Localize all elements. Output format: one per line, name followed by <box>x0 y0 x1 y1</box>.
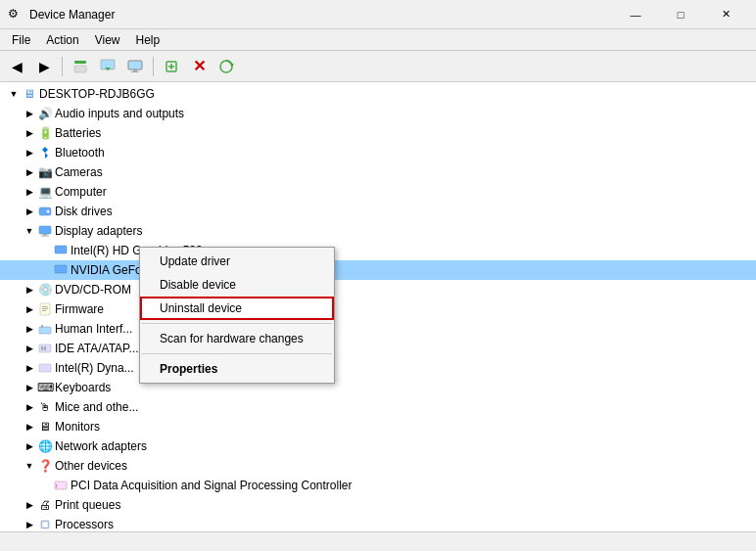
tree-item-pcidata[interactable]: ! PCI Data Acquisition and Signal Proces… <box>0 476 756 495</box>
svg-rect-27 <box>44 346 46 350</box>
monitors-toggle[interactable]: ▶ <box>22 419 37 435</box>
root-toggle[interactable]: ▼ <box>6 86 22 102</box>
bluetooth-icon <box>37 145 53 161</box>
tree-item-firmware[interactable]: ▶ Firmware <box>0 299 756 319</box>
displayadapters-toggle[interactable]: ▼ <box>22 223 37 239</box>
humaninterface-toggle[interactable]: ▶ <box>22 321 37 337</box>
ctx-properties[interactable]: Properties <box>140 357 334 381</box>
toolbar-sep2 <box>153 57 154 76</box>
tree-item-intel-hd[interactable]: Intel(R) HD Graphics 520 <box>0 241 756 260</box>
processors-toggle[interactable]: ▶ <box>22 517 37 531</box>
tree-item-network[interactable]: ▶ 🌐 Network adapters <box>0 436 756 456</box>
nvidia-icon <box>53 262 69 278</box>
cameras-icon: 📷 <box>37 164 53 180</box>
tree-item-humaninterface[interactable]: ▶ Human Interf... <box>0 319 756 339</box>
dvd-label: DVD/CD-ROM <box>55 283 131 297</box>
tree-item-ideata[interactable]: ▶ IDE ATA/ATAP... <box>0 339 756 358</box>
svg-rect-22 <box>42 310 46 311</box>
toolbar-properties[interactable] <box>68 55 93 78</box>
toolbar-forward[interactable]: ▶ <box>31 55 57 78</box>
close-button[interactable]: ✕ <box>703 0 748 29</box>
keyboards-toggle[interactable]: ▶ <box>22 380 37 395</box>
inteldynamic-icon <box>37 360 53 376</box>
svg-rect-6 <box>131 71 139 72</box>
tree-item-monitors[interactable]: ▶ 🖥 Monitors <box>0 417 756 436</box>
root-label: DESKTOP-RDJB6GG <box>39 87 155 101</box>
svg-rect-24 <box>41 325 43 328</box>
tree-item-processors[interactable]: ▶ Processors <box>0 515 756 531</box>
network-toggle[interactable]: ▶ <box>22 438 37 454</box>
maximize-button[interactable]: □ <box>658 0 703 29</box>
tree-item-dvd[interactable]: ▶ 💿 DVD/CD-ROM <box>0 280 756 299</box>
tree-item-diskdrives[interactable]: ▶ Disk drives <box>0 202 756 221</box>
audio-toggle[interactable]: ▶ <box>22 106 37 121</box>
toolbar-remove[interactable]: ✕ <box>186 55 212 78</box>
tree-item-bluetooth[interactable]: ▶ Bluetooth <box>0 143 756 162</box>
tree-item-cameras[interactable]: ▶ 📷 Cameras <box>0 162 756 182</box>
inteldynamic-toggle[interactable]: ▶ <box>22 360 37 376</box>
computer-toggle[interactable]: ▶ <box>22 184 37 200</box>
tree-item-nvidia[interactable]: NVIDIA GeForce 940M <box>0 260 756 280</box>
otherdevices-toggle[interactable]: ▼ <box>22 458 37 474</box>
tree-item-otherdevices[interactable]: ▼ ❓ Other devices <box>0 456 756 476</box>
tree-item-printqueues[interactable]: ▶ 🖨 Print queues <box>0 495 756 515</box>
title-bar-controls: — □ ✕ <box>613 0 748 29</box>
ctx-uninstall-device[interactable]: Uninstall device <box>140 297 334 320</box>
menu-file[interactable]: File <box>4 31 38 49</box>
svg-rect-5 <box>133 69 137 71</box>
tree-item-keyboards[interactable]: ▶ ⌨ Keyboards <box>0 378 756 397</box>
printqueues-toggle[interactable]: ▶ <box>22 497 37 513</box>
toolbar-add[interactable] <box>159 55 184 78</box>
tree-item-batteries[interactable]: ▶ 🔋 Batteries <box>0 123 756 143</box>
tree-item-inteldynamic[interactable]: ▶ Intel(R) Dyna... <box>0 358 756 378</box>
firmware-toggle[interactable]: ▶ <box>22 301 37 317</box>
toolbar-scan[interactable] <box>213 55 239 78</box>
ideata-toggle[interactable]: ▶ <box>22 341 37 356</box>
tree-item-audio[interactable]: ▶ 🔊 Audio inputs and outputs <box>0 104 756 123</box>
diskdrives-toggle[interactable]: ▶ <box>22 204 37 219</box>
network-label: Network adapters <box>55 439 147 453</box>
app-icon: ⚙ <box>8 7 24 23</box>
menu-help[interactable]: Help <box>128 31 168 49</box>
otherdevices-label: Other devices <box>55 459 127 473</box>
mice-toggle[interactable]: ▶ <box>22 399 37 415</box>
intel-hd-icon <box>53 243 69 258</box>
dvd-icon: 💿 <box>37 282 53 298</box>
ctx-update-driver[interactable]: Update driver <box>140 250 334 273</box>
audio-label: Audio inputs and outputs <box>55 107 184 120</box>
menu-view[interactable]: View <box>87 31 128 49</box>
tree-item-displayadapters[interactable]: ▼ Display adapters <box>0 221 756 241</box>
toolbar-screen[interactable] <box>122 55 148 78</box>
device-tree[interactable]: ▼ 🖥 DESKTOP-RDJB6GG ▶ 🔊 Audio inputs and… <box>0 82 756 531</box>
menu-action[interactable]: Action <box>38 31 86 49</box>
printqueues-icon: 🖨 <box>37 497 53 513</box>
svg-rect-32 <box>42 522 48 528</box>
ctx-disable-device[interactable]: Disable device <box>140 273 334 297</box>
svg-rect-21 <box>42 308 48 309</box>
monitors-icon: 🖥 <box>37 419 53 435</box>
svg-marker-11 <box>230 64 234 67</box>
processors-icon <box>37 517 53 531</box>
ctx-sep2 <box>142 353 332 354</box>
status-bar <box>0 531 756 551</box>
keyboards-icon: ⌨ <box>37 380 53 395</box>
toolbar-back[interactable]: ◀ <box>4 55 29 78</box>
minimize-button[interactable]: — <box>613 0 658 29</box>
ctx-scan-hardware[interactable]: Scan for hardware changes <box>140 327 334 350</box>
computer-icon: 🖥 <box>22 86 37 102</box>
tree-root[interactable]: ▼ 🖥 DESKTOP-RDJB6GG <box>0 84 756 104</box>
svg-point-13 <box>47 210 50 213</box>
toolbar-update[interactable] <box>95 55 120 78</box>
svg-rect-4 <box>128 61 142 69</box>
dvd-toggle[interactable]: ▶ <box>22 282 37 298</box>
batteries-toggle[interactable]: ▶ <box>22 125 37 141</box>
ctx-sep1 <box>142 323 332 324</box>
humaninterface-label: Human Interf... <box>55 322 132 336</box>
displayadapters-label: Display adapters <box>55 224 142 238</box>
tree-item-mice[interactable]: ▶ 🖱 Mice and othe... <box>0 397 756 417</box>
cameras-toggle[interactable]: ▶ <box>22 164 37 180</box>
mice-label: Mice and othe... <box>55 400 138 414</box>
displayadapters-icon <box>37 223 53 239</box>
tree-item-computer[interactable]: ▶ 💻 Computer <box>0 182 756 202</box>
bluetooth-toggle[interactable]: ▶ <box>22 145 37 161</box>
